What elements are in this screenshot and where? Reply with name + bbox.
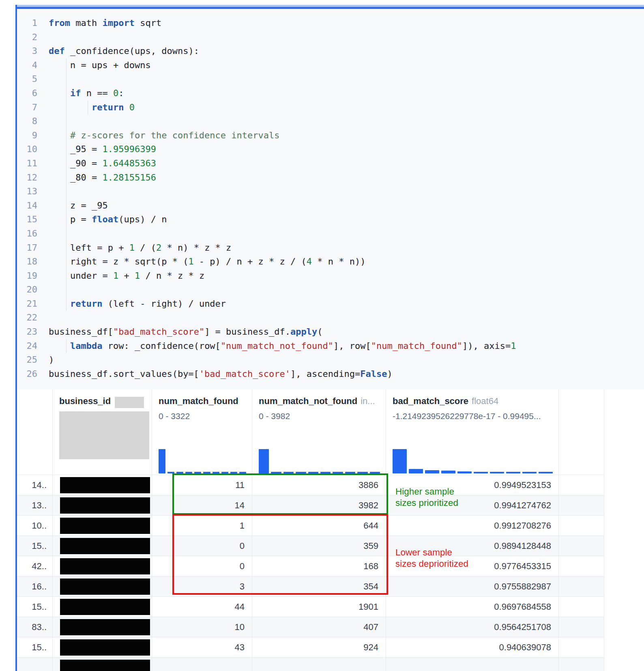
cell-bad_match_score: 0.9776453315 bbox=[386, 556, 559, 576]
cell-num_match_found: 1 bbox=[152, 516, 252, 536]
histogram-bar bbox=[283, 472, 294, 473]
code-line: 11 _90 = 1.64485363 bbox=[17, 157, 644, 171]
code-text: _95 = 1.95996399 bbox=[49, 142, 156, 157]
code-line: 19 under = 1 + 1 / n * z * z bbox=[17, 269, 644, 283]
code-line: 14 z = _95 bbox=[17, 199, 644, 213]
cell-num_match_found: 11 bbox=[152, 475, 252, 495]
histogram-bar bbox=[159, 449, 165, 473]
code-line: 26business_df.sort_values(by=['bad_match… bbox=[17, 367, 644, 381]
column-name: num_match_not_found bbox=[259, 396, 357, 406]
indent-guide bbox=[66, 58, 67, 73]
indent-guide bbox=[66, 72, 67, 86]
table-row[interactable]: 83..104070.9564251708 bbox=[17, 617, 604, 637]
line-number: 7 bbox=[17, 101, 37, 115]
table-row[interactable]: 16..33540.9755882987 bbox=[17, 576, 604, 597]
code-line: 10 _95 = 1.95996399 bbox=[17, 142, 644, 157]
table-row[interactable]: 15..4419010.9697684558 bbox=[17, 597, 604, 617]
indent-guide bbox=[66, 185, 67, 199]
code-text: ) bbox=[49, 353, 54, 367]
indent-guide bbox=[66, 86, 67, 101]
code-text: left = p + 1 / (2 * n) * z * z bbox=[49, 241, 231, 255]
line-number: 1 bbox=[17, 16, 37, 30]
cell-bad_match_score: 0.9697684558 bbox=[386, 597, 559, 617]
code-text: # z-scores for the confidence intervals bbox=[49, 129, 280, 143]
row-index: 42.. bbox=[17, 556, 53, 576]
code-line: 8 bbox=[17, 114, 644, 129]
code-text: z = _95 bbox=[49, 199, 108, 213]
histogram-bar bbox=[474, 472, 488, 473]
cell-num_match_found: 44 bbox=[152, 597, 252, 617]
code-editor[interactable]: 1from math import sqrt23def _confidence(… bbox=[17, 9, 644, 390]
histogram-bar bbox=[296, 472, 306, 473]
histogram-bar bbox=[370, 472, 380, 473]
column-header-num_match_found[interactable]: num_match_found0 - 3322 bbox=[152, 389, 252, 475]
indent-guide bbox=[66, 297, 67, 311]
cell-bad_match_score: 0.9912708276 bbox=[386, 516, 559, 536]
redacted-business-id bbox=[60, 518, 150, 534]
column-header-num_match_not_found[interactable]: num_match_not_foundin...0 - 3982 bbox=[252, 389, 386, 475]
cell-bad_match_score: 0.9564251708 bbox=[386, 617, 559, 637]
cell-business-id bbox=[53, 516, 152, 536]
cell-blank bbox=[559, 597, 604, 617]
redacted-business-id bbox=[60, 619, 150, 635]
row-index: 10.. bbox=[17, 516, 53, 536]
redacted-business-id bbox=[60, 538, 150, 554]
histogram-bar bbox=[506, 472, 520, 473]
line-number: 25 bbox=[17, 353, 37, 367]
cell-num_match_not_found: 924 bbox=[252, 637, 386, 657]
cell-num_match_not_found: 168 bbox=[252, 556, 386, 576]
cell-num_match_not_found: 1901 bbox=[252, 597, 386, 617]
code-text: if n == 0: bbox=[49, 86, 124, 101]
column-header-index bbox=[17, 389, 53, 475]
code-text: under = 1 + 1 / n * z * z bbox=[49, 269, 204, 283]
code-lines: 1from math import sqrt23def _confidence(… bbox=[17, 16, 644, 381]
redacted-business-id bbox=[60, 599, 150, 615]
table-row[interactable]: 15..439240.940639078 bbox=[17, 637, 604, 658]
code-line: 16 bbox=[17, 227, 644, 241]
table-row[interactable]: 14..1138860.9949523153 bbox=[17, 475, 604, 495]
redacted-business-id bbox=[60, 477, 150, 493]
column-dtype: float64 bbox=[472, 396, 498, 406]
row-index bbox=[17, 658, 53, 671]
table-row[interactable] bbox=[17, 658, 604, 671]
code-text: def _confidence(ups, downs): bbox=[49, 44, 199, 58]
histogram-bar bbox=[239, 472, 246, 473]
histogram-bar bbox=[230, 472, 237, 473]
indent-guide bbox=[66, 171, 67, 185]
indent-guide bbox=[66, 283, 67, 297]
cell-num_match_found: 14 bbox=[152, 495, 252, 515]
cell-bad_match_score bbox=[386, 658, 559, 671]
code-line: 1from math import sqrt bbox=[17, 16, 644, 30]
code-line: 2 bbox=[17, 30, 644, 45]
table-row[interactable]: 42..01680.9776453315 bbox=[17, 556, 604, 576]
row-index: 16.. bbox=[17, 576, 53, 596]
column-range: -1.2149239526229778e-17 - 0.99495... bbox=[393, 411, 553, 421]
indent-guide bbox=[66, 142, 67, 157]
table-row[interactable]: 15..03590.9894128448 bbox=[17, 536, 604, 556]
column-header-bad_match_score[interactable]: bad_match_scorefloat64-1.214923952622977… bbox=[386, 389, 559, 475]
redacted-business-id bbox=[60, 497, 150, 514]
line-number: 24 bbox=[17, 339, 37, 353]
code-line: 21 return (left - right) / under bbox=[17, 297, 644, 311]
cell-num_match_found: 43 bbox=[152, 637, 252, 657]
cell-num_match_not_found: 644 bbox=[252, 516, 386, 536]
indent-guide bbox=[88, 101, 88, 115]
table-row[interactable]: 10..16440.9912708276 bbox=[17, 516, 604, 536]
cell-business-id bbox=[53, 556, 152, 576]
redacted-business-id bbox=[60, 660, 150, 671]
indent-guide bbox=[66, 213, 67, 227]
redacted-dtype-block bbox=[115, 397, 144, 408]
table-row[interactable]: 13..1439820.9941274762 bbox=[17, 495, 604, 516]
line-number: 21 bbox=[17, 297, 37, 311]
cell-blank bbox=[559, 576, 604, 596]
line-number: 23 bbox=[17, 325, 37, 339]
code-text: from math import sqrt bbox=[49, 16, 161, 30]
cell-bad_match_score: 0.940639078 bbox=[386, 637, 559, 657]
code-text: business_df.sort_values(by=['bad_match_s… bbox=[49, 367, 393, 381]
column-header-business_id[interactable]: business_id bbox=[53, 389, 152, 475]
histogram-bar bbox=[176, 472, 183, 473]
indent-guide bbox=[66, 114, 67, 129]
code-line: 3def _confidence(ups, downs): bbox=[17, 44, 644, 58]
row-index: 13.. bbox=[17, 495, 53, 515]
line-number: 9 bbox=[17, 129, 37, 143]
